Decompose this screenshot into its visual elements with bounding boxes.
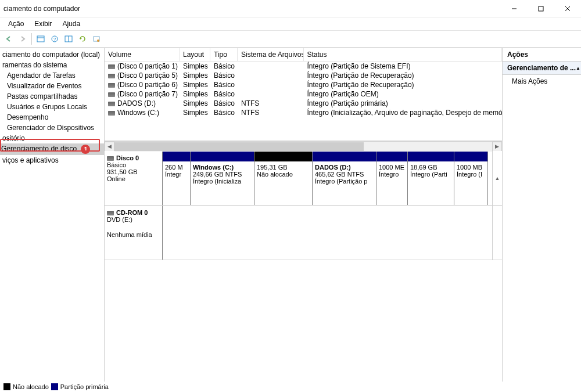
tree-services[interactable]: viços e aplicativos xyxy=(0,155,104,166)
col-fs[interactable]: Sistema de Arquivos xyxy=(238,48,303,61)
tree-disk-management-label: Gerenciamento de disco xyxy=(1,145,77,153)
col-status[interactable]: Status xyxy=(304,48,503,61)
disk-icon xyxy=(107,156,114,161)
table-header: Volume Layout Tipo Sistema de Arquivos S… xyxy=(105,48,502,62)
table-row[interactable]: (Disco 0 partição 1)SimplesBásicoÍntegro… xyxy=(105,62,502,71)
partition[interactable]: DADOS (D:)465,62 GB NTFSÍntegro (Partiçã… xyxy=(313,151,376,205)
col-tipo[interactable]: Tipo xyxy=(210,48,238,61)
minimize-button[interactable] xyxy=(501,0,528,17)
svg-point-11 xyxy=(97,39,99,42)
annotation-badge-1: 1 xyxy=(81,145,90,154)
scroll-left-button[interactable]: ◀ xyxy=(105,142,114,152)
vscroll-indicator[interactable]: ▲ xyxy=(492,151,502,205)
tree-device-manager[interactable]: Gerenciador de Dispositivos xyxy=(0,123,104,133)
tree-disk-management[interactable]: Gerenciamento de disco 1 xyxy=(0,143,104,155)
tree-shared-folders[interactable]: Pastas compartilhadas xyxy=(0,91,104,102)
disk-partitions: 260 MÍntegrWindows (C:)249,66 GB NTFSÍnt… xyxy=(163,151,492,205)
actions-context[interactable]: Gerenciamento de ... ▲ xyxy=(503,62,581,75)
maximize-button[interactable] xyxy=(528,0,554,17)
collapse-icon: ▲ xyxy=(576,66,580,71)
tree-performance[interactable]: Desempenho xyxy=(0,112,104,123)
legend-primary: Partição primária xyxy=(60,383,109,390)
col-layout[interactable]: Layout xyxy=(180,48,210,61)
tree-system-tools[interactable]: ramentas do sistema xyxy=(0,60,104,70)
legend-unallocated: Não alocado xyxy=(13,383,49,390)
toolbar-separator xyxy=(31,33,32,45)
main-area: ciamento do computador (local) ramentas … xyxy=(0,48,581,382)
tree-event-viewer[interactable]: Visualizador de Eventos xyxy=(0,81,104,91)
disks-area: Disco 0Básico931,50 GBOnline260 MÍntegrW… xyxy=(105,151,502,382)
window-title: ciamento do computador xyxy=(3,5,80,13)
partition-bar xyxy=(454,151,487,161)
disk-icon xyxy=(108,64,115,69)
back-button[interactable] xyxy=(2,33,15,45)
settings-button[interactable] xyxy=(90,33,103,45)
table-row[interactable]: (Disco 0 partição 6)SimplesBásicoÍntegro… xyxy=(105,80,502,89)
partition-bar xyxy=(191,151,254,161)
table-row[interactable]: (Disco 0 partição 5)SimplesBásicoÍntegro… xyxy=(105,71,502,80)
tree-root[interactable]: ciamento do computador (local) xyxy=(0,49,104,60)
menu-ajuda[interactable]: Ajuda xyxy=(58,19,85,29)
window-controls xyxy=(501,0,581,17)
hscroll-volumes[interactable]: ◀ ▶ xyxy=(105,141,502,151)
partition-bar xyxy=(254,151,312,161)
partition-bar xyxy=(163,151,190,161)
partition[interactable]: Windows (C:)249,66 GB NTFSÍntegro (Inici… xyxy=(191,151,254,205)
disk-info[interactable]: Disco 0Básico931,50 GBOnline xyxy=(105,151,163,205)
disk-icon xyxy=(108,83,115,88)
menu-exibir[interactable]: Exibir xyxy=(30,19,56,29)
col-volume[interactable]: Volume xyxy=(105,48,180,61)
table-row[interactable]: DADOS (D:)SimplesBásicoNTFSÍntegro (Part… xyxy=(105,99,502,108)
actions-panel: Ações Gerenciamento de ... ▲ Mais Ações xyxy=(503,48,581,382)
disk-icon xyxy=(108,74,115,78)
scroll-thumb[interactable] xyxy=(114,142,364,151)
table-body: (Disco 0 partição 1)SimplesBásicoÍntegro… xyxy=(105,62,502,117)
disk-icon xyxy=(107,211,114,215)
disk-icon xyxy=(108,92,115,97)
toolbar: ? xyxy=(0,30,581,48)
disk-row: CD-ROM 0DVD (E:)Nenhuma mídia xyxy=(105,206,502,260)
tree-storage[interactable]: ositório xyxy=(0,133,104,143)
partition[interactable]: 195,31 GBNão alocado xyxy=(254,151,313,205)
help-button[interactable]: ? xyxy=(48,33,61,45)
scroll-right-button[interactable]: ▶ xyxy=(492,142,502,152)
refresh-button[interactable] xyxy=(76,33,89,45)
legend: Não alocado Partição primária xyxy=(0,382,581,392)
tree-scheduler[interactable]: Agendador de Tarefas xyxy=(0,70,104,81)
vscroll-indicator[interactable] xyxy=(492,206,502,260)
actions-title: Ações xyxy=(503,48,581,62)
tree-panel: ciamento do computador (local) ramentas … xyxy=(0,48,105,382)
center-panel: Volume Layout Tipo Sistema de Arquivos S… xyxy=(105,48,503,382)
tree-users-groups[interactable]: Usuários e Grupos Locais xyxy=(0,102,104,112)
actions-context-label: Gerenciamento de ... xyxy=(507,64,576,72)
disk-icon xyxy=(108,111,115,116)
partition[interactable]: 260 MÍntegr xyxy=(163,151,191,205)
actions-more[interactable]: Mais Ações xyxy=(503,75,581,88)
forward-button[interactable] xyxy=(16,33,29,45)
disk-partitions xyxy=(163,206,492,260)
volume-list: Volume Layout Tipo Sistema de Arquivos S… xyxy=(105,48,502,141)
view-button[interactable] xyxy=(34,33,47,45)
disk-row: Disco 0Básico931,50 GBOnline260 MÍntegrW… xyxy=(105,151,502,206)
svg-rect-4 xyxy=(37,36,44,42)
grid-button[interactable] xyxy=(62,33,75,45)
menubar: Ação Exibir Ajuda xyxy=(0,17,581,30)
table-row[interactable]: Windows (C:)SimplesBásicoNTFSÍntegro (In… xyxy=(105,108,502,117)
partition-bar xyxy=(376,151,407,161)
close-button[interactable] xyxy=(554,0,581,17)
table-row[interactable]: (Disco 0 partição 7)SimplesBásicoÍntegro… xyxy=(105,89,502,99)
partition[interactable]: 18,69 GBÍntegro (Parti xyxy=(408,151,454,205)
scroll-track[interactable] xyxy=(114,142,492,152)
partition[interactable]: 1000 MEÍntegro xyxy=(376,151,408,205)
svg-rect-1 xyxy=(539,6,543,11)
titlebar: ciamento do computador xyxy=(0,0,581,17)
legend-swatch-unallocated xyxy=(3,383,10,390)
partition-bar xyxy=(313,151,376,161)
legend-swatch-primary xyxy=(51,383,58,390)
disk-icon xyxy=(108,102,115,106)
menu-acao[interactable]: Ação xyxy=(3,19,28,29)
disk-info[interactable]: CD-ROM 0DVD (E:)Nenhuma mídia xyxy=(105,206,163,260)
partition[interactable]: 1000 MBÍntegro (I xyxy=(454,151,488,205)
partition-bar xyxy=(408,151,454,161)
svg-text:?: ? xyxy=(53,37,56,42)
